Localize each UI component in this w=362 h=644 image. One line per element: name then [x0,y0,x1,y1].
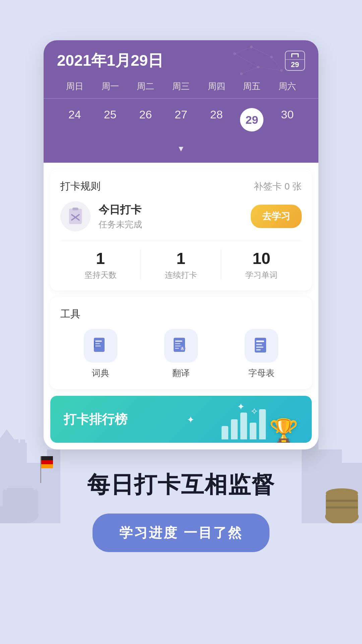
stat-persist-days: 1 坚持天数 [60,249,141,280]
svg-line-34 [272,57,282,70]
punch-text: 今日打卡 任务未完成 [99,203,243,230]
translate-label: 翻译 [172,367,190,379]
ranking-decoration: 🏆 [222,409,298,443]
dict-icon-wrap [84,329,117,363]
svg-rect-9 [13,439,18,446]
svg-rect-8 [7,439,12,446]
bottom-section: 每日打卡互相监督 学习进度 一目了然 [0,449,362,566]
alphabet-label: 字母表 [248,367,275,379]
svg-rect-45 [94,338,105,352]
alphabet-icon-wrap [245,329,278,363]
punch-icon [60,201,90,231]
stat-persist-num: 1 [60,249,140,268]
svg-line-37 [235,54,258,67]
weekday-2: 周二 [128,78,163,95]
translate-icon-wrap: A [164,329,198,363]
stats-row: 1 坚持天数 1 连续打卡 10 学习单词 [60,241,302,280]
bar-1 [222,426,228,439]
today-punch-sub: 任务未完成 [99,219,243,230]
svg-rect-42 [72,208,78,210]
date-24[interactable]: 24 [57,102,93,138]
bar-5 [259,409,266,439]
punch-rule-label: 打卡规则 [60,179,101,193]
stat-words-label: 学习单词 [221,270,302,280]
tool-dict[interactable]: 词典 [84,329,117,379]
svg-rect-7 [0,439,5,446]
stat-consecutive: 1 连续打卡 [141,249,221,280]
svg-rect-49 [94,341,95,348]
date-28[interactable]: 28 [199,102,234,138]
svg-marker-11 [0,429,17,443]
svg-line-36 [241,67,258,74]
svg-rect-41 [69,209,82,224]
tools-title: 工具 [60,307,302,321]
weekday-0: 周日 [57,78,93,95]
date-27[interactable]: 27 [163,102,199,138]
stat-words: 10 学习单词 [221,249,302,280]
svg-rect-51 [175,340,182,342]
bar-2 [231,419,238,439]
bar-3 [240,413,247,439]
svg-line-32 [235,47,251,54]
svg-rect-47 [95,343,100,344]
punch-card-section: 打卡规则 补签卡 0 张 今日打卡 任务未完成 去学习 1 [50,169,312,290]
svg-rect-58 [256,340,264,342]
date-row: 24 25 26 27 28 29 30 [57,102,305,138]
stat-consecutive-label: 连续打卡 [141,270,221,280]
date-30[interactable]: 30 [269,102,305,138]
calendar-header: 2021年1月29日 29 周日 周一 周二 周三 周四 周五 周六 [44,40,318,163]
svg-line-35 [258,67,282,70]
bar-4 [250,423,256,439]
tool-alphabet[interactable]: 字母表 [245,329,278,379]
svg-rect-10 [20,439,25,446]
calendar-icon-number: 29 [291,60,299,69]
weekday-3: 周三 [163,78,199,95]
svg-rect-46 [95,340,102,342]
svg-rect-52 [175,343,180,344]
sparkle-icon-3: ✦ [187,414,194,425]
dict-label: 词典 [92,367,109,379]
date-25[interactable]: 25 [93,102,128,138]
svg-rect-61 [256,349,261,351]
trophy-icon: 🏆 [269,419,298,443]
supplement-label: 补签卡 0 张 [254,180,302,193]
svg-rect-60 [256,346,263,348]
svg-rect-59 [256,344,262,345]
weekday-1: 周一 [93,78,128,95]
ranking-label: 打卡排行榜 [64,411,127,428]
bottom-headline: 每日打卡互相监督 [13,470,349,500]
svg-line-33 [251,47,272,57]
svg-rect-54 [175,348,179,349]
stat-consecutive-num: 1 [141,249,221,268]
punch-row: 今日打卡 任务未完成 去学习 [60,201,302,231]
svg-text:A: A [181,346,184,351]
phone-card: 2021年1月29日 29 周日 周一 周二 周三 周四 周五 周六 [44,40,318,449]
today-punch-label: 今日打卡 [99,203,243,217]
tools-section: 工具 词典 [50,297,312,389]
calendar-date-title: 2021年1月29日 [57,50,163,71]
go-study-button[interactable]: 去学习 [251,205,302,228]
date-29[interactable]: 29 [234,102,270,138]
tools-row: 词典 A 翻译 [60,329,302,379]
chevron-icon[interactable]: ▾ [57,141,305,159]
ranking-banner[interactable]: 打卡排行榜 ✦ ✧ ✦ 🏆 [50,396,312,443]
stat-words-num: 10 [221,249,302,268]
stat-persist-label: 坚持天数 [60,270,140,280]
svg-rect-48 [95,345,101,346]
bottom-cta-button[interactable]: 学习进度 一目了然 [93,514,269,552]
svg-rect-40 [291,53,299,54]
tool-translate[interactable]: A 翻译 [164,329,198,379]
date-26[interactable]: 26 [128,102,163,138]
bar-chart [222,409,266,439]
